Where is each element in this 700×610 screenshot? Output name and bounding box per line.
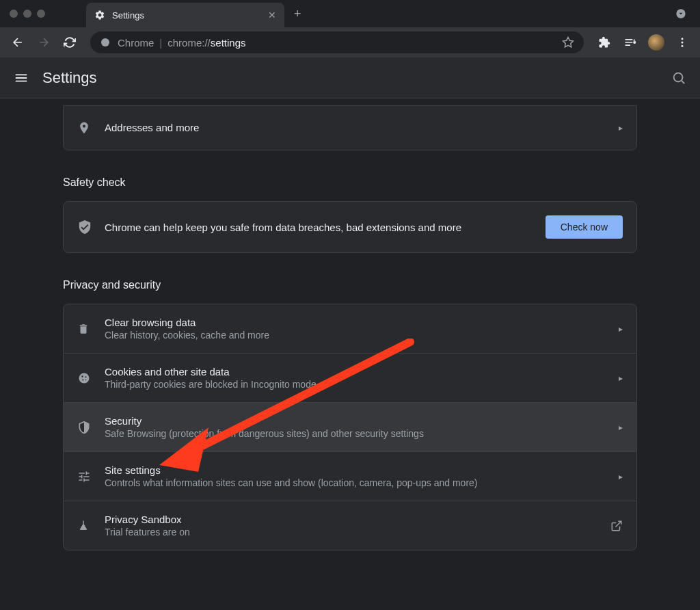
close-window-button[interactable] xyxy=(10,10,18,18)
chevron-right-icon: ▸ xyxy=(619,373,623,383)
location-pin-icon xyxy=(77,121,105,135)
new-tab-button[interactable]: + xyxy=(294,7,301,21)
row-subtitle: Third-party cookies are blocked in Incog… xyxy=(105,379,619,390)
maximize-window-button[interactable] xyxy=(37,10,45,18)
svg-point-10 xyxy=(82,379,83,380)
security-row[interactable]: Security Safe Browsing (protection from … xyxy=(64,403,636,452)
svg-point-11 xyxy=(85,379,87,380)
chevron-right-icon: ▸ xyxy=(619,324,623,334)
url-text: Chrome | chrome://settings xyxy=(118,37,246,49)
chevron-right-icon: ▸ xyxy=(619,123,623,133)
autofill-card: Addresses and more ▸ xyxy=(63,105,637,150)
tab-title: Settings xyxy=(112,10,261,21)
external-link-icon xyxy=(610,520,623,532)
chevron-right-icon: ▸ xyxy=(619,423,623,432)
page-title: Settings xyxy=(42,69,97,87)
search-icon[interactable] xyxy=(671,70,686,85)
svg-point-6 xyxy=(674,72,683,81)
menu-kebab-icon[interactable] xyxy=(671,31,693,53)
svg-point-5 xyxy=(682,45,684,47)
privacy-card: Clear browsing data Clear history, cooki… xyxy=(63,304,637,551)
row-title: Security xyxy=(105,415,619,427)
profile-avatar[interactable] xyxy=(645,31,667,53)
privacy-sandbox-row[interactable]: Privacy Sandbox Trial features are on xyxy=(64,501,636,550)
site-settings-row[interactable]: Site settings Controls what information … xyxy=(64,452,636,501)
shield-icon xyxy=(77,421,105,434)
check-now-button[interactable]: Check now xyxy=(546,215,623,239)
svg-point-3 xyxy=(682,38,684,40)
row-title: Site settings xyxy=(105,464,619,476)
row-title: Privacy Sandbox xyxy=(105,514,610,525)
address-bar[interactable]: Chrome | chrome://settings xyxy=(90,31,584,53)
browser-tab[interactable]: Settings ✕ xyxy=(86,3,284,27)
sliders-icon xyxy=(77,470,105,483)
svg-point-1 xyxy=(101,38,109,47)
row-title: Cookies and other site data xyxy=(105,366,619,377)
safety-check-section-title: Safety check xyxy=(63,176,637,189)
minimize-window-button[interactable] xyxy=(23,10,31,18)
svg-point-7 xyxy=(79,373,90,383)
browser-toolbar: Chrome | chrome://settings xyxy=(0,27,700,57)
svg-point-9 xyxy=(85,376,87,377)
settings-content: Addresses and more ▸ Safety check Chrome… xyxy=(0,98,700,610)
trash-icon xyxy=(77,323,105,335)
window-titlebar: Settings ✕ + xyxy=(0,0,700,27)
cookie-icon xyxy=(77,371,105,385)
hamburger-menu-icon[interactable] xyxy=(14,70,29,85)
svg-marker-2 xyxy=(563,38,574,47)
gear-icon xyxy=(94,10,105,21)
shield-check-icon xyxy=(77,220,105,235)
row-title: Clear browsing data xyxy=(105,317,619,328)
flask-icon xyxy=(77,520,105,532)
row-subtitle: Clear history, cookies, cache and more xyxy=(105,330,619,341)
addresses-row[interactable]: Addresses and more ▸ xyxy=(64,106,636,150)
settings-header: Settings xyxy=(0,57,700,98)
site-info-icon[interactable] xyxy=(100,37,111,48)
extensions-icon[interactable] xyxy=(593,31,615,53)
safety-check-card: Chrome can help keep you safe from data … xyxy=(63,201,637,253)
media-control-icon[interactable] xyxy=(619,31,641,53)
forward-button[interactable] xyxy=(33,31,55,53)
row-subtitle: Controls what information sites can use … xyxy=(105,477,619,488)
svg-point-4 xyxy=(682,42,684,44)
clear-browsing-data-row[interactable]: Clear browsing data Clear history, cooki… xyxy=(64,304,636,354)
close-tab-icon[interactable]: ✕ xyxy=(268,10,276,21)
privacy-section-title: Privacy and security xyxy=(63,279,637,291)
bookmark-star-icon[interactable] xyxy=(562,36,574,49)
chevron-right-icon: ▸ xyxy=(619,472,623,481)
chevron-down-circle-icon[interactable] xyxy=(675,8,686,19)
safety-check-row: Chrome can help keep you safe from data … xyxy=(64,202,636,252)
safety-check-text: Chrome can help keep you safe from data … xyxy=(105,222,546,233)
cookies-row[interactable]: Cookies and other site data Third-party … xyxy=(64,354,636,403)
row-subtitle: Trial features are on xyxy=(105,527,610,538)
row-subtitle: Safe Browsing (protection from dangerous… xyxy=(105,428,619,439)
reload-button[interactable] xyxy=(59,31,81,53)
traffic-lights xyxy=(10,10,45,18)
row-title: Addresses and more xyxy=(105,122,619,133)
svg-point-8 xyxy=(81,375,83,377)
back-button[interactable] xyxy=(7,31,29,53)
